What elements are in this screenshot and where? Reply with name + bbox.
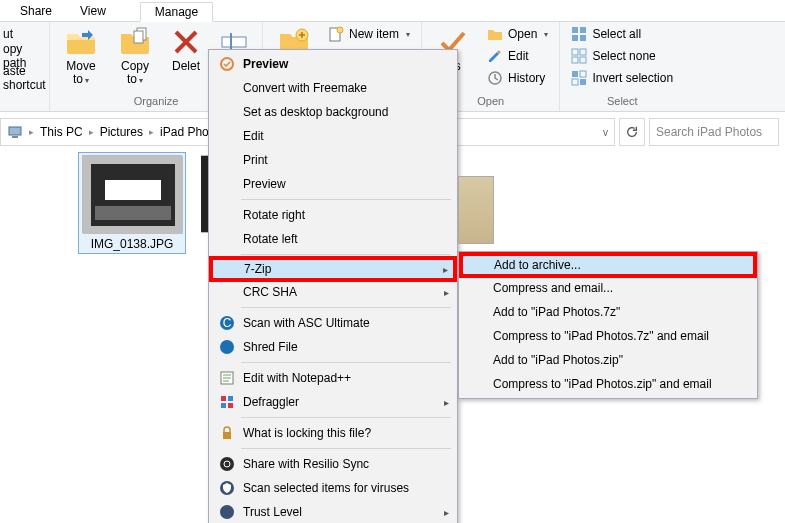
svg-point-29 xyxy=(220,340,234,354)
breadcrumb-dropdown[interactable]: v xyxy=(597,127,614,138)
select-caption: Select xyxy=(568,95,676,109)
menu-7zip[interactable]: 7-Zip xyxy=(211,258,455,280)
file-thumbnail[interactable]: IMG_0138.JPG xyxy=(78,152,186,254)
svg-rect-14 xyxy=(572,57,578,63)
paste-shortcut-button[interactable]: aste shortcut xyxy=(0,68,41,88)
submenu-add-archive[interactable]: Add to archive... xyxy=(461,254,755,276)
chevron-icon[interactable]: ▸ xyxy=(147,127,156,137)
svg-rect-32 xyxy=(228,396,233,401)
select-none-icon xyxy=(571,48,587,64)
svg-rect-20 xyxy=(9,127,21,135)
new-item-icon xyxy=(328,26,344,42)
svg-rect-25 xyxy=(95,206,171,220)
submenu-compress-zip-email[interactable]: Compress to "iPad Photos.zip" and email xyxy=(461,372,755,396)
tab-manage[interactable]: Manage xyxy=(140,2,213,22)
svg-rect-11 xyxy=(580,35,586,41)
svg-rect-17 xyxy=(580,71,586,77)
svg-rect-34 xyxy=(228,403,233,408)
menu-preview[interactable]: Preview xyxy=(211,52,455,76)
history-icon xyxy=(487,70,503,86)
svg-rect-10 xyxy=(572,35,578,41)
shield-icon xyxy=(217,478,237,498)
ribbon-tabstrip: Share View Manage xyxy=(0,0,785,22)
lock-icon xyxy=(217,423,237,443)
search-input[interactable]: Search iPad Photos xyxy=(649,118,779,146)
svg-rect-21 xyxy=(12,136,18,138)
edit-button[interactable]: Edit xyxy=(484,46,551,66)
svg-rect-12 xyxy=(572,49,578,55)
svg-rect-9 xyxy=(580,27,586,33)
menu-npp[interactable]: Edit with Notepad++ xyxy=(211,366,455,390)
search-placeholder: Search iPad Photos xyxy=(656,125,762,139)
svg-rect-2 xyxy=(222,37,246,47)
menu-edit[interactable]: Edit xyxy=(211,124,455,148)
menu-resilio[interactable]: Share with Resilio Sync xyxy=(211,452,455,476)
cut-button[interactable]: ut xyxy=(0,24,41,44)
copy-path-button[interactable]: opy path xyxy=(0,46,41,66)
tab-view[interactable]: View xyxy=(66,2,120,20)
open-button[interactable]: Open▾ xyxy=(484,24,551,44)
submenu-compress-7z-email[interactable]: Compress to "iPad Photos.7z" and email xyxy=(461,324,755,348)
new-item-button[interactable]: New item▾ xyxy=(325,24,413,44)
menu-shred[interactable]: Shred File xyxy=(211,335,455,359)
select-all-button[interactable]: Select all xyxy=(568,24,676,44)
svg-rect-19 xyxy=(580,79,586,85)
context-menu: Preview Convert with Freemake Set as des… xyxy=(208,49,458,523)
obscured-thumbnail xyxy=(458,176,494,244)
menu-virus-scan[interactable]: Scan selected items for viruses xyxy=(211,476,455,500)
history-button[interactable]: History xyxy=(484,68,551,88)
move-to-button[interactable]: Move to xyxy=(58,24,104,87)
svg-text:C: C xyxy=(223,316,232,330)
menu-preview2[interactable]: Preview xyxy=(211,172,455,196)
menu-locking[interactable]: What is locking this file? xyxy=(211,421,455,445)
svg-point-39 xyxy=(220,505,234,519)
svg-rect-31 xyxy=(221,396,226,401)
edit-icon xyxy=(487,48,503,64)
defrag-icon xyxy=(217,392,237,412)
menu-convert[interactable]: Convert with Freemake xyxy=(211,76,455,100)
open-icon xyxy=(487,26,503,42)
invert-icon xyxy=(571,70,587,86)
menu-trust[interactable]: Trust Level xyxy=(211,500,455,523)
refresh-button[interactable] xyxy=(619,118,645,146)
crumb-pictures[interactable]: Pictures xyxy=(96,119,147,145)
svg-point-6 xyxy=(337,27,343,33)
svg-rect-8 xyxy=(572,27,578,33)
svg-rect-1 xyxy=(134,31,143,43)
svg-rect-16 xyxy=(572,71,578,77)
copy-to-button[interactable]: Copy to xyxy=(112,24,158,87)
file-name: IMG_0138.JPG xyxy=(91,237,174,251)
menu-asc[interactable]: CScan with ASC Ultimate xyxy=(211,311,455,335)
svg-rect-24 xyxy=(105,180,161,200)
submenu-add-7z[interactable]: Add to "iPad Photos.7z" xyxy=(461,300,755,324)
menu-crc[interactable]: CRC SHA xyxy=(211,280,455,304)
select-none-button[interactable]: Select none xyxy=(568,46,676,66)
thumbnail-image xyxy=(82,155,182,233)
submenu-compress-email[interactable]: Compress and email... xyxy=(461,276,755,300)
delete-button[interactable]: Delet xyxy=(166,24,206,73)
submenu-add-zip[interactable]: Add to "iPad Photos.zip" xyxy=(461,348,755,372)
invert-selection-button[interactable]: Invert selection xyxy=(568,68,676,88)
svg-rect-13 xyxy=(580,49,586,55)
chevron-icon[interactable]: ▸ xyxy=(87,127,96,137)
tab-share[interactable]: Share xyxy=(6,2,66,20)
menu-set-bg[interactable]: Set as desktop background xyxy=(211,100,455,124)
chevron-icon[interactable]: ▸ xyxy=(27,127,36,137)
crumb-this-pc[interactable]: This PC xyxy=(36,119,87,145)
pc-icon[interactable] xyxy=(3,119,27,145)
menu-rotate-right[interactable]: Rotate right xyxy=(211,203,455,227)
folder-copy-icon xyxy=(119,26,151,58)
delete-icon xyxy=(170,26,202,58)
svg-rect-33 xyxy=(221,403,226,408)
menu-defraggler[interactable]: Defraggler xyxy=(211,390,455,414)
submenu-7zip: Add to archive... Compress and email... … xyxy=(458,251,758,399)
svg-point-36 xyxy=(220,457,234,471)
folder-icon xyxy=(65,26,97,58)
trust-icon xyxy=(217,502,237,522)
menu-rotate-left[interactable]: Rotate left xyxy=(211,227,455,251)
menu-print[interactable]: Print xyxy=(211,148,455,172)
select-all-icon xyxy=(571,26,587,42)
asc-icon: C xyxy=(217,313,237,333)
svg-rect-18 xyxy=(572,79,578,85)
svg-rect-15 xyxy=(580,57,586,63)
